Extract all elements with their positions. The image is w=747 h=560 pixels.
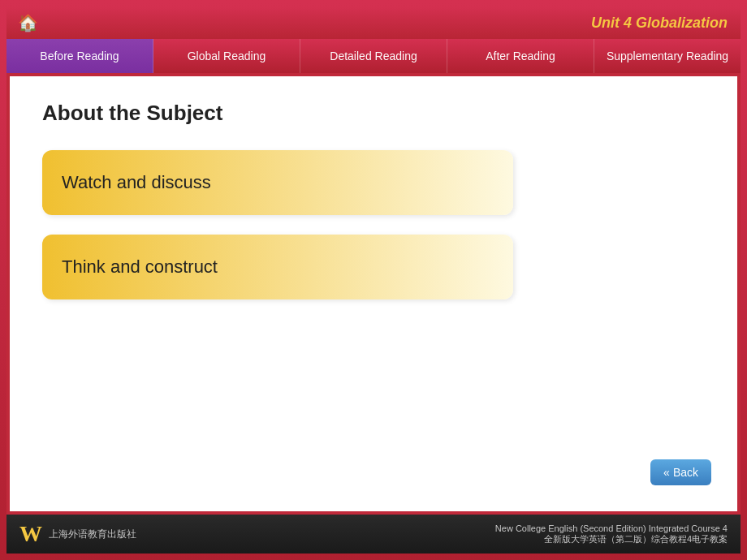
footer-line1: New College English (Second Edition) Int… bbox=[495, 523, 728, 533]
content-title: About the Subject bbox=[42, 101, 705, 126]
unit-title: Unit 4 Globalization bbox=[591, 15, 728, 32]
home-icon: 🏠 bbox=[18, 13, 38, 32]
footer-line2: 全新版大学英语（第二版）综合教程4电子教案 bbox=[495, 533, 728, 545]
inner-container: 🏠 Unit 4 Globalization Before Reading Gl… bbox=[6, 6, 741, 554]
back-arrow-icon: « bbox=[663, 466, 670, 479]
back-label: Back bbox=[673, 466, 698, 479]
tab-global-reading[interactable]: Global Reading bbox=[153, 39, 300, 73]
footer-logo-chinese: 上海外语教育出版社 bbox=[49, 528, 136, 541]
footer-logo: W 上海外语教育出版社 bbox=[19, 521, 136, 547]
tab-detailed-reading[interactable]: Detailed Reading bbox=[300, 39, 447, 73]
think-and-construct-button[interactable]: Think and construct bbox=[42, 235, 513, 299]
tab-before-reading[interactable]: Before Reading bbox=[6, 39, 153, 73]
footer-right-text: New College English (Second Edition) Int… bbox=[495, 523, 728, 545]
tab-after-reading[interactable]: After Reading bbox=[447, 39, 594, 73]
back-button[interactable]: « Back bbox=[650, 459, 711, 485]
tab-supplementary-reading[interactable]: Supplementary Reading bbox=[594, 39, 741, 73]
footer-bar: W 上海外语教育出版社 New College English (Second … bbox=[6, 515, 741, 554]
nav-tabs: Before Reading Global Reading Detailed R… bbox=[6, 39, 741, 73]
footer-logo-w: W bbox=[19, 521, 42, 547]
main-content: About the Subject Watch and discuss Thin… bbox=[10, 76, 737, 511]
watch-and-discuss-button[interactable]: Watch and discuss bbox=[42, 150, 513, 215]
outer-frame: 🏠 Unit 4 Globalization Before Reading Gl… bbox=[0, 0, 747, 560]
home-button[interactable]: 🏠 bbox=[16, 11, 39, 34]
header-bar: 🏠 Unit 4 Globalization bbox=[6, 6, 741, 39]
